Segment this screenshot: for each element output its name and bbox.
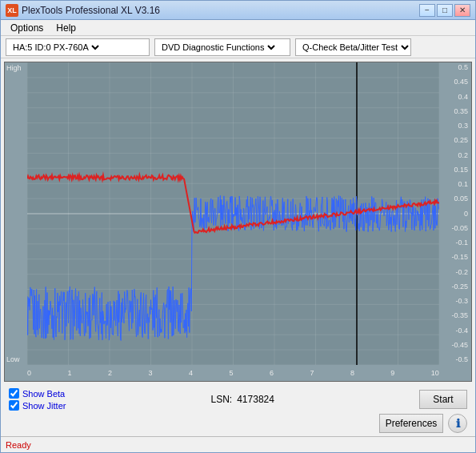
main-window: XL PlexTools Professional XL V3.16 − □ ✕… — [0, 0, 476, 453]
bottom-section: Show Beta Show Jitter LSN: 4173824 Start… — [1, 385, 475, 436]
menu-help[interactable]: Help — [50, 21, 82, 35]
drive-select[interactable]: HA:5 ID:0 PX-760A — [10, 42, 102, 53]
bottom-row2: Preferences ℹ — [1, 412, 475, 436]
window-title: PlexTools Professional XL V3.16 — [22, 5, 160, 16]
lsn-section: LSN: 4173824 — [211, 394, 274, 405]
lsn-label: LSN: — [211, 394, 233, 405]
start-button[interactable]: Start — [419, 390, 467, 409]
chart-canvas — [27, 62, 439, 365]
menu-bar: Options Help — [1, 20, 475, 36]
info-button[interactable]: ℹ — [448, 414, 467, 433]
close-button[interactable]: ✕ — [454, 4, 470, 17]
show-jitter-row: Show Jitter — [9, 400, 66, 411]
bottom-row1: Show Beta Show Jitter LSN: 4173824 Start — [1, 385, 475, 412]
menu-options[interactable]: Options — [4, 21, 50, 35]
y-axis-right: 0.5 0.45 0.4 0.35 0.3 0.25 0.2 0.15 0.1 … — [439, 62, 471, 365]
low-label: Low — [6, 355, 20, 363]
high-label: High — [6, 64, 22, 72]
x-axis: 0 1 2 3 4 5 6 7 8 9 10 — [27, 365, 439, 381]
chart-container: High Low 0.5 0.45 0.4 0.35 0.3 0.25 0.2 … — [4, 62, 472, 382]
status-bar: Ready — [1, 436, 475, 452]
preferences-button[interactable]: Preferences — [379, 414, 443, 433]
lsn-value: 4173824 — [237, 394, 274, 405]
minimize-button[interactable]: − — [419, 4, 435, 17]
test-dropdown[interactable]: Q-Check Beta/Jitter Test — [295, 38, 411, 56]
title-bar: XL PlexTools Professional XL V3.16 − □ ✕ — [1, 1, 475, 20]
checkboxes: Show Beta Show Jitter — [9, 388, 66, 411]
show-jitter-checkbox[interactable] — [9, 400, 19, 411]
app-icon: XL — [6, 4, 18, 17]
show-jitter-label: Show Jitter — [22, 401, 66, 411]
toolbar: HA:5 ID:0 PX-760A DVD Diagnostic Functio… — [1, 36, 475, 58]
maximize-button[interactable]: □ — [437, 4, 453, 17]
drive-dropdown[interactable]: HA:5 ID:0 PX-760A — [6, 38, 150, 56]
start-button-area: Start — [419, 390, 467, 409]
show-beta-row: Show Beta — [9, 388, 66, 399]
show-beta-checkbox[interactable] — [9, 388, 19, 399]
test-select[interactable]: Q-Check Beta/Jitter Test — [299, 42, 411, 53]
function-dropdown[interactable]: DVD Diagnostic Functions — [154, 38, 290, 56]
function-select[interactable]: DVD Diagnostic Functions — [158, 42, 278, 53]
show-beta-label: Show Beta — [22, 389, 65, 399]
status-text: Ready — [6, 440, 31, 450]
window-controls: − □ ✕ — [419, 4, 470, 17]
